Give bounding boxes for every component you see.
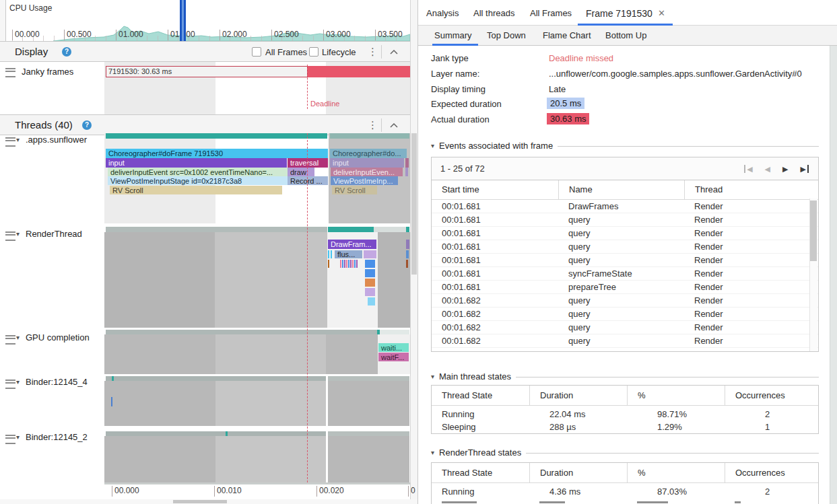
column-header-percent[interactable]: % <box>627 386 725 405</box>
events-scrollbar-thumb[interactable] <box>810 201 817 261</box>
trace-event-input[interactable]: input <box>106 158 287 168</box>
table-row[interactable]: 00:01.682queryRender <box>432 294 818 308</box>
column-header-occurrences[interactable]: Occurrences <box>725 386 818 405</box>
trace-event-input-dim[interactable]: input <box>330 158 404 168</box>
table-row[interactable]: Running4.36 ms87.03%2 <box>432 485 818 498</box>
table-row[interactable]: 00:01.681queryRender <box>432 227 818 240</box>
panel-scrollbar-track[interactable] <box>830 46 837 504</box>
drag-handle-icon[interactable] <box>5 380 15 389</box>
collapse-chevron-icon[interactable] <box>390 50 398 55</box>
column-header-name[interactable]: Name <box>558 180 684 199</box>
expand-triangle-icon[interactable]: ▾ <box>16 334 20 341</box>
column-header-thread-state[interactable]: Thread State <box>432 463 529 482</box>
drag-handle-icon[interactable] <box>5 335 15 345</box>
trace-event-traversal[interactable]: traversal <box>288 158 328 168</box>
selection-range-handle-right[interactable] <box>184 0 186 41</box>
drag-handle-icon[interactable] <box>5 435 15 444</box>
trace-event-sliver[interactable] <box>406 250 409 258</box>
trace-event-sliver[interactable] <box>406 260 408 268</box>
table-row[interactable]: 00:01.681queryRender <box>432 254 818 267</box>
close-icon[interactable]: ✕ <box>658 8 665 18</box>
column-header-start-time[interactable]: Start time <box>432 180 558 199</box>
expand-triangle-icon[interactable]: ▾ <box>16 379 20 386</box>
trace-event-sliver[interactable] <box>405 168 408 176</box>
trace-event-draw[interactable]: draw <box>288 168 314 176</box>
trace-event-rv-scroll[interactable]: RV Scroll <box>110 186 282 194</box>
trace-event-view-post-ime[interactable]: ViewPostImeInputStage id=0x2187c3a8 <box>108 176 288 185</box>
table-row[interactable]: Running22.04 ms98.71%2 <box>432 408 818 421</box>
trace-event-block[interactable] <box>365 260 375 268</box>
kebab-menu-icon[interactable]: ⋮ <box>368 46 378 57</box>
thread-label-gpu-completion[interactable]: GPU completion <box>26 332 90 343</box>
all-frames-checkbox-label[interactable]: All Frames <box>265 47 307 57</box>
trace-event-block[interactable] <box>368 297 375 305</box>
trace-event-drawframes[interactable]: DrawFram... <box>328 240 376 249</box>
horizontal-scrollbar-thumb[interactable] <box>173 500 227 503</box>
tab-all-threads[interactable]: All threads <box>473 8 514 18</box>
trace-event-stripes[interactable] <box>340 260 358 268</box>
column-header-duration[interactable]: Duration <box>529 386 627 405</box>
thread-label-binder4[interactable]: Binder:12145_4 <box>26 377 88 387</box>
trace-event-sliver[interactable] <box>405 158 409 168</box>
trace-event-sliver[interactable] <box>364 250 376 258</box>
expand-triangle-icon[interactable]: ▾ <box>16 137 20 143</box>
all-frames-checkbox[interactable] <box>252 47 261 57</box>
column-header-occurrences[interactable]: Occurrences <box>725 463 818 482</box>
lifecycle-checkbox[interactable] <box>309 47 319 57</box>
trace-event-flush[interactable]: flus... <box>335 250 362 258</box>
next-page-button[interactable]: ▶ <box>782 165 788 173</box>
tab-bottom-up[interactable]: Bottom Up <box>605 30 646 40</box>
tab-flame-chart[interactable]: Flame Chart <box>543 30 591 40</box>
collapse-triangle-icon[interactable]: ▾ <box>431 143 434 149</box>
kebab-menu-icon[interactable]: ⋮ <box>368 120 378 130</box>
lifecycle-checkbox-label[interactable]: Lifecycle <box>322 47 356 57</box>
table-row[interactable]: Sleeping288 µs1.29%1 <box>432 421 818 433</box>
column-header-thread[interactable]: Thread <box>684 180 818 199</box>
janky-frame-chip[interactable]: 7191530: 30.63 ms <box>106 66 308 77</box>
table-row[interactable]: 00:01.681queryRender <box>432 240 818 254</box>
drag-handle-icon[interactable] <box>5 137 15 147</box>
trace-event-sliver[interactable] <box>406 240 409 249</box>
drag-handle-icon[interactable] <box>5 68 15 77</box>
tab-analysis[interactable]: Analysis <box>426 8 459 18</box>
expand-triangle-icon[interactable]: ▾ <box>16 231 20 238</box>
first-page-button[interactable]: ◀ <box>744 165 752 173</box>
trace-event-choreographer-dim[interactable]: Choreographer#do... <box>330 149 407 158</box>
collapse-triangle-icon[interactable]: ▾ <box>431 449 434 456</box>
thread-label-renderthread[interactable]: RenderThread <box>26 229 82 239</box>
help-icon[interactable]: ? <box>62 47 71 57</box>
trace-event-block[interactable] <box>365 269 375 277</box>
column-header-thread-state[interactable]: Thread State <box>432 386 529 405</box>
trace-event-block[interactable] <box>365 288 375 296</box>
expand-triangle-icon[interactable]: ▾ <box>16 434 20 441</box>
last-page-button[interactable]: ▶ <box>801 165 809 173</box>
table-row[interactable]: 00:01.682queryRender <box>432 348 818 352</box>
column-header-percent[interactable]: % <box>627 463 725 482</box>
trace-event-sliver[interactable] <box>328 260 329 268</box>
trace-event-sliver[interactable] <box>328 250 329 258</box>
trace-event-block[interactable] <box>365 279 375 287</box>
vertical-scrollbar-thumb[interactable] <box>411 133 417 275</box>
table-row[interactable]: 00:01.682queryRender <box>432 308 818 321</box>
tab-frame-7191530[interactable]: Frame 7191530 <box>586 8 652 19</box>
prev-page-button[interactable]: ◀ <box>765 165 770 173</box>
trace-event-deliver-input[interactable]: deliverInputEvent src=0x1002 eventTimeNa… <box>108 168 288 176</box>
table-row[interactable]: 00:01.681queryRender <box>432 213 818 227</box>
table-row[interactable]: 00:01.681prepareTreeRender <box>432 281 818 294</box>
table-row[interactable]: 00:01.682queryRender <box>432 334 818 348</box>
table-row[interactable]: 00:01.681DrawFramesRender <box>432 200 818 213</box>
drag-handle-icon[interactable] <box>5 231 15 241</box>
thread-label-sunflower[interactable]: .apps.sunflower <box>26 135 87 145</box>
trace-event-deliver-input-dim[interactable]: deliverInputEven... <box>331 168 403 176</box>
tab-all-frames[interactable]: All Frames <box>530 8 572 18</box>
table-row[interactable]: 00:01.681syncFrameStateRender <box>432 267 818 281</box>
tab-summary[interactable]: Summary <box>434 30 472 40</box>
help-icon[interactable]: ? <box>82 120 92 130</box>
trace-event-view-post-ime-dim[interactable]: ViewPostImeInp... <box>331 176 398 185</box>
janky-frame-overrun-bar[interactable] <box>308 66 410 77</box>
trace-event-sliver[interactable] <box>331 250 332 258</box>
column-header-duration[interactable]: Duration <box>529 463 627 482</box>
trace-event-sliver[interactable] <box>111 397 112 406</box>
trace-event-waitfence[interactable]: waitF... <box>378 353 409 361</box>
tab-top-down[interactable]: Top Down <box>487 30 526 40</box>
